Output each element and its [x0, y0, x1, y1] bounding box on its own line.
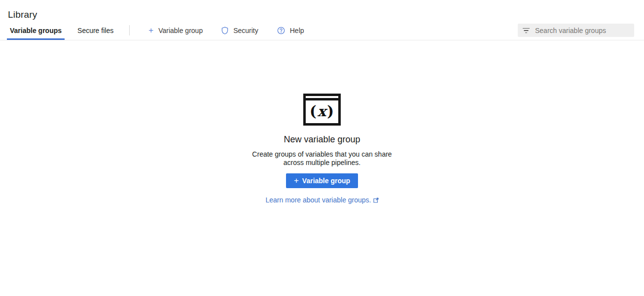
help-command[interactable]: Help	[271, 21, 310, 40]
plus-icon: +	[148, 26, 153, 34]
add-variable-group-label: Variable group	[158, 27, 203, 34]
tab-secure-files[interactable]: Secure files	[75, 21, 115, 40]
help-label: Help	[290, 27, 304, 34]
help-icon	[277, 27, 285, 34]
add-variable-group-button-label: Variable group	[302, 177, 350, 185]
tab-variable-groups[interactable]: Variable groups	[8, 21, 64, 40]
empty-state-description-line1: Create groups of variables that you can …	[0, 150, 644, 159]
page-title: Library	[0, 0, 644, 20]
learn-more-link-label: Learn more about variable groups.	[265, 196, 371, 204]
search-input[interactable]	[535, 27, 630, 34]
tab-and-command-bar: Variable groups Secure files + Variable …	[0, 21, 644, 40]
add-variable-group-command[interactable]: + Variable group	[143, 21, 209, 40]
formula-open-paren: (	[310, 103, 317, 120]
shield-icon	[221, 27, 228, 34]
tab-secure-files-label: Secure files	[77, 27, 113, 34]
external-link-icon	[373, 197, 379, 203]
formula-x: x	[317, 103, 327, 120]
empty-state-title: New variable group	[0, 134, 644, 145]
security-command[interactable]: Security	[215, 21, 264, 40]
learn-more-link[interactable]: Learn more about variable groups.	[265, 196, 378, 204]
security-label: Security	[233, 27, 258, 34]
plus-icon: +	[294, 176, 299, 185]
empty-state-description: Create groups of variables that you can …	[0, 150, 644, 167]
variable-group-icon: ( x )	[303, 94, 341, 126]
vertical-divider	[129, 25, 130, 35]
empty-state-description-line2: across multiple pipelines.	[0, 159, 644, 167]
formula-close-paren: )	[327, 103, 334, 120]
filter-icon	[523, 28, 530, 33]
variable-group-icon-formula: ( x )	[306, 100, 338, 123]
search-variable-groups-box[interactable]	[518, 24, 634, 37]
add-variable-group-button[interactable]: + Variable group	[286, 173, 358, 188]
empty-state: ( x ) New variable group Create groups o…	[0, 94, 644, 204]
tab-variable-groups-label: Variable groups	[10, 27, 62, 34]
